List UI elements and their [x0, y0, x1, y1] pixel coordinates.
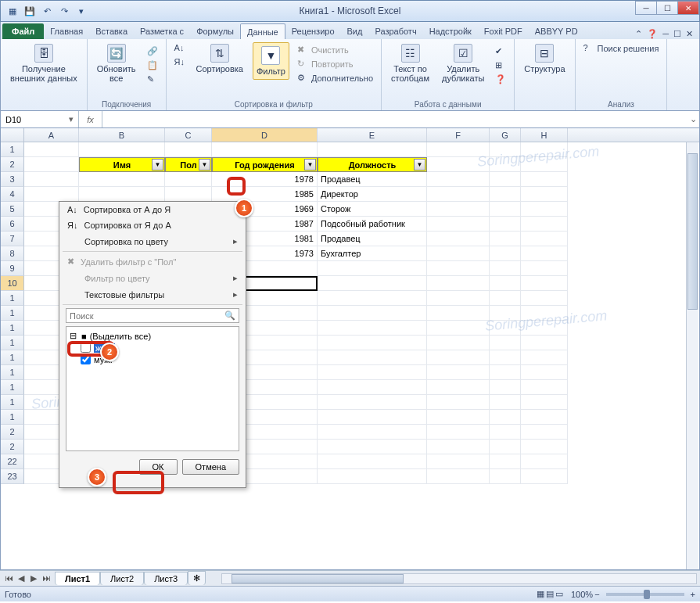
row-header[interactable]: 1	[1, 306, 24, 321]
whatif-button[interactable]: ❓	[494, 74, 508, 86]
row-header[interactable]: 9	[1, 261, 24, 276]
sort-color-item[interactable]: Сортировка по цвету▸	[59, 233, 246, 249]
clear-filter-button[interactable]: ✖Очистить	[296, 44, 375, 56]
remove-duplicates-button[interactable]: ☑Удалить дубликаты	[439, 42, 487, 84]
workbook-min-icon[interactable]: ─	[662, 29, 669, 39]
row-header[interactable]: 1	[1, 410, 24, 425]
scrollbar-thumb[interactable]	[687, 153, 698, 310]
tab-insert[interactable]: Вставка	[89, 23, 134, 39]
solver-button[interactable]: ?Поиск решения	[582, 42, 661, 55]
row-header[interactable]: 2	[1, 157, 24, 172]
redo-icon[interactable]: ↷	[57, 4, 71, 18]
filter-dropdown-icon[interactable]: ▼	[199, 159, 210, 170]
col-header[interactable]: H	[521, 128, 568, 142]
tab-view[interactable]: Вид	[341, 23, 369, 39]
cell[interactable]: Бухгалтер	[318, 246, 427, 261]
col-header[interactable]: C	[165, 128, 212, 142]
undo-icon[interactable]: ↶	[40, 4, 54, 18]
sheet-first-icon[interactable]: ⏮	[3, 573, 14, 583]
save-icon[interactable]: 💾	[23, 4, 37, 18]
sort-za-item[interactable]: Я↓Сортировка от Я до А	[59, 217, 246, 233]
cancel-button[interactable]: Отмена	[182, 459, 239, 475]
tab-foxit[interactable]: Foxit PDF	[478, 23, 529, 39]
sheet-prev-icon[interactable]: ◀	[16, 573, 27, 583]
col-header[interactable]: B	[79, 128, 165, 142]
tab-layout[interactable]: Разметка с	[134, 23, 190, 39]
row-header[interactable]: 7	[1, 232, 24, 246]
outline-button[interactable]: ⊟Структура	[521, 42, 568, 75]
filter-dropdown-icon[interactable]: ▼	[152, 159, 163, 170]
properties-button[interactable]: 📋	[145, 59, 160, 72]
minimize-ribbon-icon[interactable]: ⌃	[635, 29, 642, 39]
row-header[interactable]: 10	[1, 276, 24, 291]
tab-data[interactable]: Данные	[240, 23, 285, 39]
row-header[interactable]: 1	[1, 365, 24, 380]
refresh-all-button[interactable]: 🔄 Обновить все	[94, 42, 139, 84]
name-box[interactable]: D10▾	[1, 111, 79, 127]
advanced-filter-button[interactable]: ⚙Дополнительно	[296, 72, 375, 84]
get-external-data-button[interactable]: 🗄 Получение внешних данных	[7, 42, 81, 84]
vertical-scrollbar[interactable]	[686, 142, 698, 569]
tab-addins[interactable]: Надстройк	[423, 23, 478, 39]
zoom-level[interactable]: 100%	[571, 590, 593, 599]
sheet-tab-2[interactable]: Лист2	[100, 572, 144, 585]
sort-button[interactable]: ⇅ Сортировка	[193, 42, 246, 75]
text-to-columns-button[interactable]: ☷Текст по столбцам	[388, 42, 433, 84]
cell[interactable]: Продавец	[318, 232, 427, 246]
workbook-max-icon[interactable]: ☐	[673, 29, 681, 39]
col-header[interactable]: D	[212, 128, 318, 142]
sort-az-item[interactable]: A↓Сортировка от А до Я	[59, 202, 246, 217]
file-tab[interactable]: Файл	[2, 23, 44, 39]
data-validation-button[interactable]: ✔	[494, 45, 508, 58]
zoom-in-icon[interactable]: +	[691, 590, 695, 599]
qat-dropdown-icon[interactable]: ▾	[74, 4, 88, 18]
table-header-name[interactable]: Имя▼	[79, 157, 165, 172]
col-header[interactable]: G	[490, 128, 521, 142]
tab-abbyy[interactable]: ABBYY PD	[529, 23, 584, 39]
tab-review[interactable]: Рецензиро	[285, 23, 341, 39]
table-header-position[interactable]: Должность▼	[318, 157, 427, 172]
zoom-thumb[interactable]	[644, 590, 650, 599]
row-header[interactable]: 1	[1, 142, 24, 157]
text-filters-item[interactable]: Текстовые фильтры▸	[59, 286, 246, 303]
select-all-corner[interactable]	[1, 128, 24, 142]
row-header[interactable]: 4	[1, 187, 24, 202]
filter-button[interactable]: ▼ Фильтр	[253, 42, 289, 80]
connections-button[interactable]: 🔗	[145, 45, 160, 58]
expand-fx-icon[interactable]: ⌄	[687, 114, 699, 124]
tab-home[interactable]: Главная	[44, 23, 89, 39]
row-header[interactable]: 1	[1, 336, 24, 350]
filter-dropdown-icon[interactable]: ▼	[414, 159, 425, 170]
tab-formulas[interactable]: Формулы	[190, 23, 240, 39]
filter-dropdown-icon[interactable]: ▼	[304, 159, 316, 170]
row-header[interactable]: 6	[1, 217, 24, 232]
edit-links-button[interactable]: ✎	[145, 74, 160, 86]
zoom-slider[interactable]	[606, 593, 684, 596]
filter-check-all[interactable]: ⊟■(Выделить все)	[70, 330, 235, 342]
sort-za-button[interactable]: Я↓	[173, 56, 187, 69]
scrollbar-thumb[interactable]	[232, 574, 404, 583]
normal-view-icon[interactable]: ▦	[537, 589, 544, 599]
row-header[interactable]: 2	[1, 440, 24, 454]
row-header[interactable]: 1	[1, 321, 24, 336]
table-header-year[interactable]: Год рождения▼	[212, 157, 318, 172]
filter-search-input[interactable]	[70, 311, 224, 321]
tab-developer[interactable]: Разработч	[368, 23, 422, 39]
col-header[interactable]: A	[24, 128, 79, 142]
row-header[interactable]: 1	[1, 380, 24, 395]
fx-icon[interactable]: fx	[79, 111, 102, 127]
cell[interactable]: Подсобный работник	[318, 217, 427, 232]
table-header-gender[interactable]: Пол▼	[165, 157, 212, 172]
sheet-tab-3[interactable]: Лист3	[144, 572, 188, 585]
row-header[interactable]: 23	[1, 469, 24, 484]
page-break-icon[interactable]: ▭	[555, 589, 563, 599]
workbook-close-icon[interactable]: ✕	[686, 29, 693, 39]
row-header[interactable]: 8	[1, 246, 24, 261]
help-icon[interactable]: ❓	[647, 29, 658, 39]
row-header[interactable]: 22	[1, 454, 24, 469]
horizontal-scrollbar[interactable]	[221, 573, 697, 584]
row-header[interactable]: 3	[1, 172, 24, 187]
consolidate-button[interactable]: ⊞	[494, 59, 508, 72]
reapply-button[interactable]: ↻Повторить	[296, 58, 375, 70]
cell[interactable]: Продавец	[318, 172, 427, 187]
